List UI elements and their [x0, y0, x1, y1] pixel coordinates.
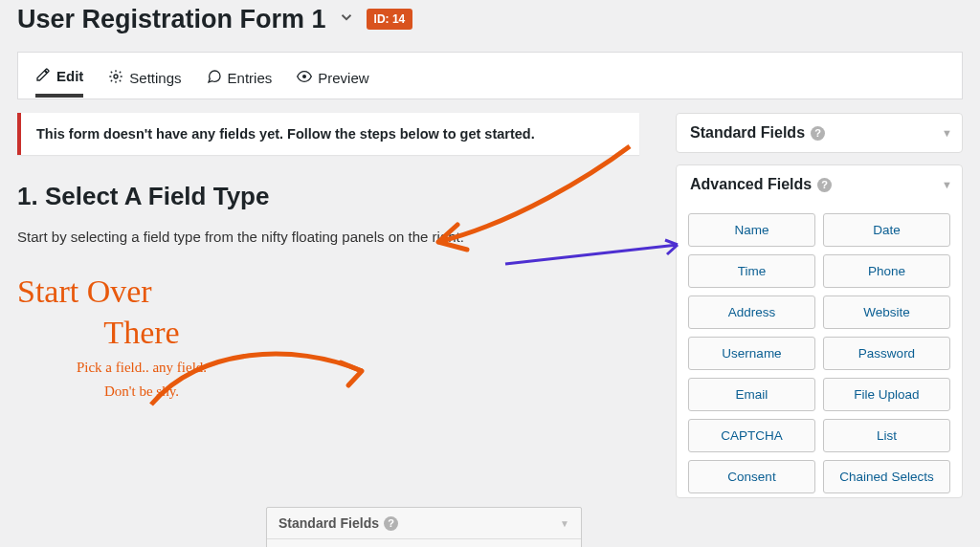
edit-icon — [35, 67, 51, 85]
field-button-address[interactable]: Address — [688, 295, 815, 329]
empty-form-notice: This form doesn't have any fields yet. F… — [17, 113, 639, 155]
handwritten-line: Start Over — [17, 272, 266, 313]
gear-icon — [108, 69, 123, 87]
step-description: Start by selecting a field type from the… — [17, 229, 657, 245]
field-button-password[interactable]: Password — [823, 337, 950, 370]
main-area: This form doesn't have any fields yet. F… — [17, 113, 657, 510]
field-button-consent[interactable]: Consent — [688, 460, 815, 493]
help-icon: ? — [384, 516, 398, 531]
illustrative-panel-header: Standard Fields ? ▼ — [267, 508, 581, 539]
svg-point-0 — [114, 75, 118, 78]
page-title: User Registration Form 1 — [17, 5, 326, 34]
field-button-time[interactable]: Time — [688, 254, 815, 288]
chevron-down-icon[interactable] — [338, 9, 355, 31]
handwritten-line: There — [17, 313, 266, 354]
advanced-fields-panel: Advanced Fields ? ▼ Name Date Time Phone… — [676, 164, 963, 498]
caret-icon: ▼ — [942, 127, 952, 139]
field-button-email[interactable]: Email — [688, 378, 815, 411]
field-button-captcha[interactable]: CAPTCHA — [688, 419, 815, 452]
tab-settings[interactable]: Settings — [108, 56, 181, 96]
handwritten-sub: Don't be shy. — [17, 383, 266, 401]
illustrative-panel-title: Standard Fields — [278, 515, 379, 531]
svg-point-1 — [302, 75, 306, 78]
illustrative-fields-panel: Standard Fields ? ▼ Single Line Text Par… — [266, 507, 582, 547]
field-button-phone[interactable]: Phone — [823, 254, 950, 288]
panel-title: Standard Fields — [690, 124, 805, 142]
tab-label: Preview — [318, 70, 368, 86]
standard-fields-toggle[interactable]: Standard Fields ? ▼ — [677, 114, 962, 152]
field-button-file-upload[interactable]: File Upload — [823, 378, 950, 411]
tab-preview[interactable]: Preview — [297, 56, 368, 96]
fields-sidebar: Standard Fields ? ▼ Advanced Fields ? ▼ … — [676, 113, 963, 510]
form-toolbar: Edit Settings Entries Preview — [17, 52, 963, 99]
handwritten-annotation: Start Over There Pick a field.. any fiel… — [17, 272, 266, 401]
tab-label: Entries — [228, 70, 273, 86]
step-heading: 1. Select A Field Type — [17, 182, 657, 211]
field-button-website[interactable]: Website — [823, 295, 950, 329]
tab-label: Edit — [56, 68, 83, 84]
field-button-chained-selects[interactable]: Chained Selects — [823, 460, 950, 493]
eye-icon — [297, 69, 312, 87]
svg-line-2 — [505, 245, 678, 264]
field-button-name[interactable]: Name — [688, 213, 815, 247]
tab-entries[interactable]: Entries — [207, 56, 273, 96]
tab-edit[interactable]: Edit — [35, 55, 83, 98]
panel-title: Advanced Fields — [690, 176, 812, 193]
standard-fields-panel: Standard Fields ? ▼ — [676, 113, 963, 153]
handwritten-sub: Pick a field.. any field. — [17, 359, 266, 377]
field-button-list[interactable]: List — [823, 419, 950, 452]
speech-icon — [207, 69, 222, 87]
form-id-badge: ID: 14 — [367, 9, 413, 30]
caret-icon: ▼ — [560, 518, 569, 529]
help-icon: ? — [811, 126, 825, 141]
advanced-fields-toggle[interactable]: Advanced Fields ? ▼ — [677, 165, 962, 204]
page-header: User Registration Form 1 ID: 14 — [0, 0, 980, 38]
tab-label: Settings — [129, 70, 181, 86]
help-icon: ? — [817, 178, 832, 192]
field-button-date[interactable]: Date — [823, 213, 950, 247]
field-button-username[interactable]: Username — [688, 337, 815, 370]
caret-icon: ▼ — [942, 179, 952, 190]
